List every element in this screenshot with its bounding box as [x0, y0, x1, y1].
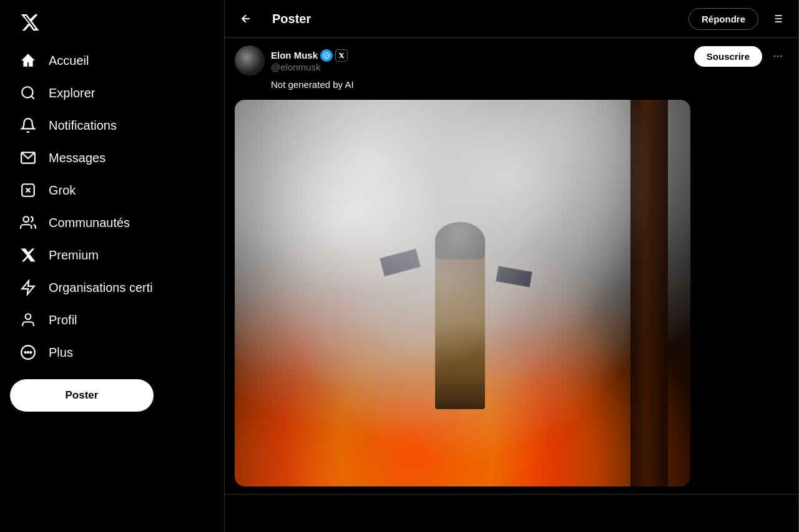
smoke-overlay — [235, 100, 690, 486]
sidebar-item-grok[interactable]: Grok — [10, 175, 214, 206]
sidebar-item-label-organisations: Organisations certi — [49, 281, 153, 295]
sidebar-item-label-plus: Plus — [49, 346, 73, 360]
grok-icon — [20, 182, 36, 198]
sidebar-item-organisations[interactable]: Organisations certi — [10, 272, 214, 303]
svg-point-0 — [22, 87, 32, 97]
svg-point-19 — [773, 56, 775, 57]
back-button[interactable] — [235, 7, 257, 30]
sidebar-item-label-accueil: Accueil — [49, 54, 89, 68]
sidebar: Accueil Explorer Notifications — [0, 0, 225, 532]
sidebar-nav: Accueil Explorer Notifications — [10, 45, 214, 369]
poster-button[interactable]: Poster — [10, 379, 154, 412]
sidebar-item-profil[interactable]: Profil — [10, 304, 214, 336]
post-header-title: Poster — [272, 12, 311, 26]
repondre-button[interactable]: Répondre — [689, 8, 758, 30]
x-logo-icon — [20, 12, 40, 32]
filter-button[interactable] — [766, 7, 788, 30]
author-handle: @elonmusk — [271, 62, 348, 72]
mail-icon — [20, 150, 36, 166]
avatar-image — [235, 46, 265, 75]
svg-point-10 — [25, 352, 26, 353]
sidebar-item-plus[interactable]: Plus — [10, 337, 214, 368]
svg-point-8 — [26, 314, 31, 319]
sidebar-item-label-messages: Messages — [49, 151, 105, 165]
more-options-button[interactable] — [767, 46, 788, 67]
post-header-left: Poster — [235, 7, 311, 30]
communities-icon — [20, 215, 36, 231]
sidebar-item-label-premium: Premium — [49, 248, 99, 263]
post-header-right: Répondre — [689, 7, 788, 30]
svg-line-1 — [31, 96, 34, 99]
author-name: Elon Musk — [271, 49, 348, 62]
more-circle-icon — [20, 344, 36, 360]
rocket-launch-image — [235, 100, 690, 486]
sidebar-item-label-explorer: Explorer — [49, 86, 95, 100]
avatar[interactable] — [235, 46, 265, 75]
sidebar-item-label-communautes: Communautés — [49, 216, 130, 230]
sidebar-item-explorer[interactable]: Explorer — [10, 77, 214, 109]
tweet-actions-right: Souscrire — [694, 46, 788, 67]
sidebar-item-accueil[interactable]: Accueil — [10, 45, 214, 76]
sidebar-item-label-profil: Profil — [49, 313, 77, 327]
sidebar-item-label-notifications: Notifications — [49, 118, 117, 133]
x-premium-icon — [20, 247, 36, 263]
x-logo-container[interactable] — [10, 5, 214, 42]
tweet-author-info: Elon Musk @elonmusk — [235, 46, 348, 75]
svg-marker-7 — [22, 281, 34, 294]
lightning-icon — [20, 279, 36, 296]
tweet-image[interactable] — [235, 100, 690, 486]
svg-point-12 — [30, 352, 31, 353]
home-icon — [20, 52, 36, 69]
souscrire-button[interactable]: Souscrire — [694, 46, 762, 67]
post-header: Poster Répondre — [225, 0, 798, 38]
sidebar-item-notifications[interactable]: Notifications — [10, 110, 214, 141]
tweet-author-row: Elon Musk @elonmusk — [235, 46, 788, 75]
person-icon — [20, 312, 36, 328]
search-icon — [20, 85, 36, 101]
svg-point-6 — [23, 216, 29, 222]
main-content: Poster Répondre — [225, 0, 799, 532]
author-name-block: Elon Musk @elonmusk — [271, 49, 348, 72]
svg-point-21 — [780, 56, 782, 57]
x-premium-badge — [335, 49, 348, 62]
sidebar-item-label-grok: Grok — [49, 183, 76, 198]
bell-icon — [20, 117, 36, 133]
tweet-text: Not generated by AI — [271, 78, 788, 92]
svg-point-11 — [27, 352, 29, 353]
sidebar-item-messages[interactable]: Messages — [10, 142, 214, 173]
sidebar-item-premium[interactable]: Premium — [10, 239, 214, 271]
verified-badge — [320, 49, 333, 62]
svg-point-20 — [777, 56, 779, 57]
author-display-name: Elon Musk — [271, 50, 318, 60]
tweet-container: Elon Musk @elonmusk — [225, 38, 798, 495]
sidebar-item-communautes[interactable]: Communautés — [10, 207, 214, 238]
